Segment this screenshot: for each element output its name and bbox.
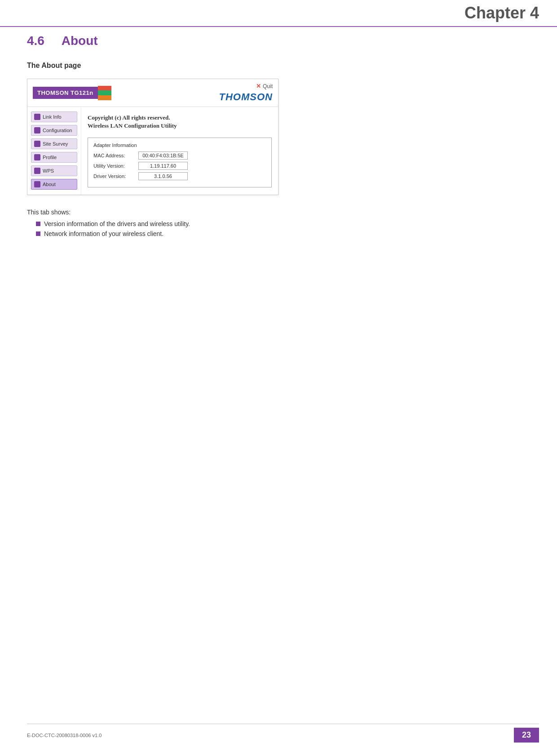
nav-label-configuration: Configuration	[43, 128, 72, 133]
nav-icon-configuration	[34, 127, 40, 133]
sidebar: Link Info Configuration Site Survey Prof…	[27, 107, 81, 195]
nav-item-link-info[interactable]: Link Info	[31, 111, 77, 122]
flag-red	[98, 86, 111, 91]
nav-label-wps: WPS	[43, 168, 54, 173]
chapter-title: Chapter 4	[464, 4, 539, 22]
list-item-2: Network information of your wireless cli…	[36, 230, 539, 237]
screenshot-container: THOMSON TG121n ✕ Quit THOMSON	[27, 79, 278, 195]
nav-icon-about	[34, 181, 40, 187]
app-header: THOMSON TG121n ✕ Quit THOMSON	[27, 79, 278, 107]
nav-label-profile: Profile	[43, 155, 57, 160]
adapter-value-driver: 3.1.0.56	[138, 172, 188, 180]
list-item-text-1: Version information of the drivers and w…	[44, 220, 190, 227]
chapter-header: Chapter 4	[0, 0, 557, 27]
section-heading: 4.6 About	[27, 34, 539, 48]
adapter-row-utility: Utility Version: 1.19.117.60	[93, 162, 266, 170]
quit-label: Quit	[263, 83, 273, 89]
nav-item-configuration[interactable]: Configuration	[31, 125, 77, 136]
nav-item-site-survey[interactable]: Site Survey	[31, 138, 77, 149]
app-logo-text: THOMSON TG121n	[33, 87, 98, 99]
adapter-info-box: Adapter Information MAC Address: 00:40:F…	[88, 138, 272, 187]
footer: E-DOC-CTC-20080318-0006 v1.0 23	[27, 724, 539, 743]
quit-button[interactable]: ✕ Quit	[256, 83, 273, 89]
adapter-box-title: Adapter Information	[93, 142, 266, 148]
nav-icon-wps	[34, 168, 40, 174]
nav-item-profile[interactable]: Profile	[31, 152, 77, 163]
nav-label-link-info: Link Info	[43, 114, 62, 120]
adapter-value-mac: 00:40:F4:03:1B:5E	[138, 151, 188, 160]
body-intro: This tab shows:	[27, 209, 539, 216]
flag-green	[98, 90, 111, 95]
nav-icon-site-survey	[34, 141, 40, 147]
quit-icon: ✕	[256, 83, 261, 89]
main-content: 4.6 About The About page THOMSON TG121n …	[27, 25, 539, 240]
bullet-icon-2	[36, 231, 40, 236]
nav-item-about[interactable]: About	[31, 179, 77, 190]
adapter-label-mac: MAC Address:	[93, 153, 138, 158]
nav-item-wps[interactable]: WPS	[31, 165, 77, 176]
app-logo-flag	[98, 86, 111, 100]
app-panel: Copyright (c) All rights reserved. Wirel…	[81, 107, 278, 195]
sub-heading: The About page	[27, 62, 539, 70]
flag-orange	[98, 95, 111, 100]
section-title: About	[62, 34, 98, 48]
nav-label-about: About	[43, 182, 56, 187]
copyright-line1: Copyright (c) All rights reserved.	[88, 114, 272, 121]
adapter-row-driver: Driver Version: 3.1.0.56	[93, 172, 266, 180]
copyright-section: Copyright (c) All rights reserved. Wirel…	[88, 114, 272, 129]
page-number: 23	[514, 728, 539, 743]
adapter-label-utility: Utility Version:	[93, 163, 138, 169]
adapter-row-mac: MAC Address: 00:40:F4:03:1B:5E	[93, 151, 266, 160]
nav-label-site-survey: Site Survey	[43, 141, 68, 147]
app-body: Link Info Configuration Site Survey Prof…	[27, 107, 278, 195]
copyright-line2: Wireless LAN Configuration Utility	[88, 122, 272, 129]
nav-icon-link-info	[34, 114, 40, 120]
list-item-1: Version information of the drivers and w…	[36, 220, 539, 227]
list-item-text-2: Network information of your wireless cli…	[44, 230, 164, 237]
footer-doc-id: E-DOC-CTC-20080318-0006 v1.0	[27, 733, 102, 738]
adapter-value-utility: 1.19.117.60	[138, 162, 188, 170]
bullet-icon-1	[36, 222, 40, 226]
adapter-label-driver: Driver Version:	[93, 173, 138, 179]
nav-icon-profile	[34, 154, 40, 160]
thomson-brand: THOMSON	[219, 91, 273, 103]
app-logo: THOMSON TG121n	[33, 86, 111, 100]
section-number: 4.6	[27, 34, 44, 48]
bullet-list: Version information of the drivers and w…	[27, 220, 539, 237]
